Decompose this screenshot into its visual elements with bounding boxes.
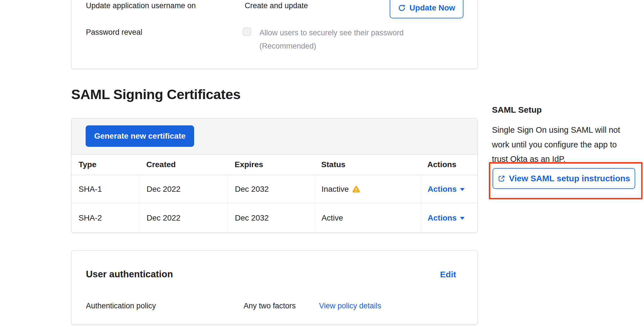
column-header-expires: Expires xyxy=(227,154,314,175)
password-reveal-label: Password reveal xyxy=(86,28,142,37)
certificates-table-header: Type Created Expires Status Actions xyxy=(71,154,477,175)
view-saml-setup-instructions-button[interactable]: View SAML setup instructions xyxy=(493,168,635,189)
saml-setup-description: Single Sign On using SAML will not xyxy=(492,125,620,135)
update-now-button[interactable]: Update Now xyxy=(390,0,463,18)
saml-setup-description: work until you configure the app to xyxy=(492,140,617,149)
certificates-panel: Generate new certificate Type Created Ex… xyxy=(71,118,478,233)
cert-type: SHA-2 xyxy=(79,213,102,223)
update-now-label: Update Now xyxy=(409,3,455,12)
password-reveal-checkbox[interactable] xyxy=(243,27,251,36)
table-row-sha2: SHA-2 Dec 2022 Dec 2032 Active Actions xyxy=(71,203,477,232)
actions-dropdown-sha1[interactable]: Actions xyxy=(428,185,465,194)
username-update-label: Update application username on xyxy=(86,1,196,10)
view-saml-setup-label: View SAML setup instructions xyxy=(509,174,630,183)
column-header-status: Status xyxy=(314,154,421,175)
certificates-toolbar: Generate new certificate xyxy=(71,118,477,154)
edit-link[interactable]: Edit xyxy=(440,270,456,279)
username-update-value: Create and update xyxy=(245,1,308,10)
user-authentication-heading: User authentication xyxy=(86,269,173,280)
caret-down-icon xyxy=(460,217,465,220)
table-row-sha1: SHA-1 Dec 2022 Dec 2032 Inactive Actions xyxy=(71,175,477,203)
password-reveal-recommended: (Recommended) xyxy=(259,42,316,51)
column-header-type: Type xyxy=(71,154,139,175)
cert-status: Active xyxy=(322,213,343,223)
view-policy-details-link[interactable]: View policy details xyxy=(319,302,381,310)
password-reveal-description: Allow users to securely see their passwo… xyxy=(259,29,404,37)
external-link-icon xyxy=(498,175,505,182)
saml-setup-description: trust Okta as an IdP. xyxy=(492,154,566,164)
caret-down-icon xyxy=(460,188,465,191)
cert-created: Dec 2022 xyxy=(147,185,181,194)
authentication-policy-value: Any two factors xyxy=(244,302,296,310)
actions-dropdown-sha2[interactable]: Actions xyxy=(428,213,465,223)
user-authentication-panel: User authentication Edit Authentication … xyxy=(71,250,478,325)
generate-certificate-button[interactable]: Generate new certificate xyxy=(86,125,194,147)
authentication-policy-label: Authentication policy xyxy=(86,302,156,310)
saml-signing-certificates-heading: SAML Signing Certificates xyxy=(71,86,240,102)
warning-icon xyxy=(352,185,361,193)
cert-status: Inactive xyxy=(322,185,349,194)
cert-expires: Dec 2032 xyxy=(235,185,269,194)
saml-setup-heading: SAML Setup xyxy=(492,105,542,115)
cert-type: SHA-1 xyxy=(79,185,102,194)
cert-created: Dec 2022 xyxy=(147,213,181,223)
column-header-created: Created xyxy=(139,154,228,175)
cert-expires: Dec 2032 xyxy=(235,213,269,223)
app-settings-panel: Update application username on Create an… xyxy=(71,0,478,69)
refresh-icon xyxy=(398,4,406,12)
column-header-actions: Actions xyxy=(421,154,477,175)
